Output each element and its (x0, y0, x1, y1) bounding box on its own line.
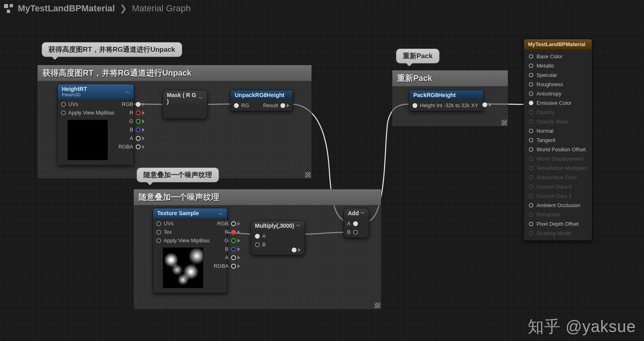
pin-ts-b[interactable]: B (225, 246, 240, 252)
comment-bubble-3: 重新Pack (396, 49, 440, 64)
pin-a[interactable]: A (130, 135, 145, 141)
dropdown-icon[interactable]: ﹀ (199, 95, 203, 102)
pin-dot-icon (529, 157, 533, 161)
pin-ts-a[interactable]: A (225, 254, 240, 261)
pin-dot-icon (529, 175, 533, 180)
pin-label: Custom Data 1 (537, 193, 572, 199)
resize-handle-icon[interactable] (501, 120, 507, 125)
material-pin-roughness[interactable]: Roughness (526, 80, 590, 89)
comment-bubble-1: 获得高度图RT，并将RG通道进行Unpack (42, 42, 182, 57)
pin-ts-rgba[interactable]: RGBA (214, 263, 240, 269)
resize-handle-icon[interactable] (305, 172, 311, 178)
pin-ts-r[interactable]: R (225, 229, 240, 235)
pin-rgb[interactable]: RGB (122, 101, 145, 107)
pin-dot-icon[interactable] (529, 222, 533, 226)
node-multiply-header[interactable]: Multiply(,3000) ﹀ (251, 221, 305, 231)
node-unpack-header[interactable]: UnpackRG8Height (231, 90, 293, 100)
collapse-icon[interactable]: ︿ (125, 89, 130, 95)
pin-mipbias[interactable]: Apply View MipBias (61, 110, 114, 116)
pin-ts-g[interactable]: G (225, 237, 240, 244)
pin-pack-out[interactable] (482, 102, 491, 107)
pin-add-a[interactable]: A (347, 220, 366, 227)
pin-dot-icon[interactable] (529, 54, 533, 59)
node-texturesample-header[interactable]: Texture Sample ︿ (153, 208, 227, 218)
node-multiply[interactable]: Multiply(,3000) ﹀ A B (250, 220, 305, 255)
material-pin-emissive-color[interactable]: Emissive Color (526, 98, 590, 108)
pin-dot-icon[interactable] (529, 147, 533, 152)
pin-mask-out[interactable] (198, 110, 203, 115)
node-heightrt-title: HeightRT (62, 86, 87, 92)
pin-rgba[interactable]: RGBA (118, 144, 145, 150)
node-unpack[interactable]: UnpackRG8Height RG Result (230, 90, 293, 111)
breadcrumb-item-1[interactable]: MyTestLandBPMaterial (18, 3, 115, 14)
material-pin-ambient-occlusion[interactable]: Ambient Occlusion (526, 201, 590, 210)
material-output-node[interactable]: MyTestLandBPMaterial Base ColorMetallicS… (524, 39, 592, 241)
pin-label: Shading Model (537, 230, 572, 236)
dropdown-icon[interactable]: ﹀ (296, 223, 301, 229)
material-pin-opacity-mask: Opacity Mask (526, 117, 590, 126)
material-pin-world-position-offset[interactable]: World Position Offset (526, 145, 590, 154)
pin-uvs[interactable]: UVs (61, 101, 114, 107)
pin-mult-b[interactable]: B (255, 241, 301, 248)
pin-label: Anisotropy (537, 91, 561, 97)
pin-mask-in[interactable] (167, 110, 173, 115)
pin-dot-icon[interactable] (529, 64, 533, 68)
pin-dot-icon (529, 194, 533, 198)
pin-mult-out[interactable] (292, 248, 301, 252)
pin-dot-icon (529, 119, 533, 124)
pin-g[interactable]: G (129, 118, 145, 124)
node-heightrt[interactable]: HeightRT Param2D ︿ UVs Apply View MipBia… (57, 84, 134, 165)
material-output-title[interactable]: MyTestLandBPMaterial (524, 39, 592, 49)
comment-group-1-title[interactable]: 获得高度图RT，并将RG通道进行Unpack (38, 65, 311, 81)
node-mask[interactable]: Mask ( R G ) ﹀ (162, 90, 208, 119)
pin-dot-icon[interactable] (529, 73, 533, 77)
pin-ts-mip[interactable]: Apply View MipBias (156, 237, 210, 244)
pin-ts-uvs[interactable]: UVs (156, 220, 210, 227)
resize-handle-icon[interactable] (375, 303, 380, 308)
material-pin-metallic[interactable]: Metallic (526, 61, 590, 70)
pin-unpack-rg[interactable]: RG (234, 102, 249, 108)
material-pin-normal[interactable]: Normal (526, 126, 590, 136)
node-texturesample[interactable]: Texture Sample ︿ UVs Tex Apply View MipB… (153, 208, 227, 293)
comment-group-2-title[interactable]: 随意叠加一个噪声纹理 (134, 189, 381, 205)
material-pin-base-color[interactable]: Base Color (526, 52, 590, 61)
pin-r[interactable]: R (129, 110, 144, 116)
pin-label: Normal (537, 128, 554, 134)
pin-dot-icon[interactable] (529, 203, 533, 208)
pin-ts-rgb[interactable]: RGB (217, 220, 240, 227)
breadcrumb-item-2[interactable]: Material Graph (132, 3, 191, 14)
collapse-icon[interactable]: ︿ (219, 210, 223, 216)
node-add-header[interactable]: Add ﹀ (344, 208, 369, 218)
pin-label: World Position Offset (537, 146, 586, 152)
material-pin-tessellation-multiplier: Tessellation Multiplier (526, 163, 590, 173)
pin-dot-icon[interactable] (529, 91, 533, 96)
pin-add-b[interactable]: B (347, 229, 366, 235)
node-add[interactable]: Add ﹀ A B (343, 208, 369, 238)
material-pin-subsurface-color: Subsurface Color (526, 173, 590, 182)
pin-dot-icon[interactable] (529, 138, 533, 142)
node-mask-header[interactable]: Mask ( R G ) ﹀ (163, 90, 207, 106)
node-heightrt-header[interactable]: HeightRT Param2D ︿ (58, 84, 134, 99)
pin-dot-icon[interactable] (529, 101, 533, 105)
pin-label: Subsurface Color (537, 174, 577, 180)
pin-pack-in[interactable]: Height Int -32k to 32k XY (412, 102, 478, 108)
pin-dot-icon[interactable] (529, 129, 533, 133)
texture-preview-noise (163, 248, 203, 288)
material-pin-opacity: Opacity (526, 108, 590, 117)
pin-mult-a[interactable]: A (255, 233, 301, 239)
pin-ts-tex[interactable]: Tex (156, 229, 210, 235)
pin-label: Opacity Mask (537, 119, 568, 125)
pin-unpack-result[interactable]: Result (263, 102, 289, 108)
material-pin-pixel-depth-offset[interactable]: Pixel Depth Offset (526, 219, 590, 229)
node-pack-header[interactable]: PackRG8Height (409, 90, 483, 100)
dropdown-icon[interactable]: ﹀ (360, 210, 365, 216)
pin-dot-icon[interactable] (529, 82, 533, 87)
material-pin-anisotropy[interactable]: Anisotropy (526, 89, 590, 98)
pin-dot-icon (529, 212, 533, 217)
material-pin-tangent[interactable]: Tangent (526, 136, 590, 145)
pin-b[interactable]: B (130, 127, 145, 133)
node-pack[interactable]: PackRG8Height Height Int -32k to 32k XY (409, 90, 484, 111)
material-pin-specular[interactable]: Specular (526, 70, 590, 80)
pin-label: Roughness (537, 81, 563, 87)
comment-group-3-title[interactable]: 重新Pack (392, 70, 508, 87)
